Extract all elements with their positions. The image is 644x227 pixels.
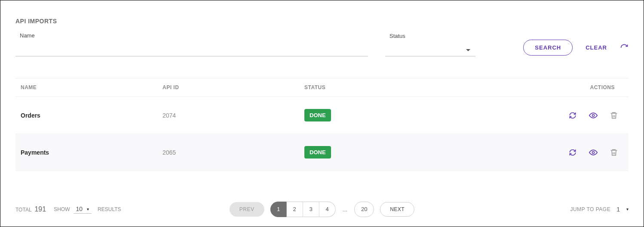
row-actions	[537, 148, 623, 157]
row-refresh-button[interactable]	[568, 148, 577, 157]
row-refresh-button[interactable]	[568, 111, 577, 120]
page-1[interactable]: 1	[270, 202, 287, 217]
row-name: Payments	[21, 149, 163, 156]
table-header: NAME API ID STATUS ACTIONS	[15, 78, 629, 97]
svg-point-0	[592, 114, 595, 116]
refresh-icon	[568, 111, 577, 120]
page-4[interactable]: 4	[319, 202, 336, 217]
name-label: Name	[15, 32, 368, 39]
total-count: TOTAL 191	[15, 205, 46, 213]
page-title: API IMPORTS	[15, 18, 629, 25]
eye-icon	[589, 148, 598, 157]
filter-bar: Name Status SEARCH CLEAR	[15, 32, 629, 56]
page-3[interactable]: 3	[303, 202, 319, 217]
total-value: 191	[34, 205, 46, 213]
status-badge: DONE	[304, 146, 331, 159]
name-field: Name	[15, 32, 368, 56]
page-strip: 1 2 3 4	[270, 202, 336, 217]
page-size: SHOW 10 ▾	[54, 205, 92, 214]
name-input[interactable]	[15, 44, 368, 56]
pagination: PREV 1 2 3 4 ... 20 NEXT	[230, 202, 414, 217]
caret-down-icon	[466, 49, 470, 51]
chevron-down-icon: ▾	[87, 207, 89, 211]
row-name: Orders	[21, 112, 163, 119]
page-last[interactable]: 20	[354, 202, 374, 217]
pagination-ellipsis: ...	[342, 206, 349, 213]
trash-icon	[610, 148, 618, 157]
row-api-id: 2074	[163, 112, 304, 119]
total-label: TOTAL	[15, 207, 31, 213]
status-select[interactable]	[385, 44, 475, 56]
filter-actions: SEARCH CLEAR	[523, 40, 629, 56]
jump-value: 1	[616, 206, 620, 213]
jump-to-page: JUMP TO PAGE 1 ▾	[570, 206, 629, 213]
results-label: RESULTS	[98, 206, 121, 212]
eye-icon	[589, 111, 598, 120]
trash-icon	[610, 111, 618, 120]
col-api-id: API ID	[163, 84, 304, 90]
col-status: STATUS	[304, 84, 537, 90]
jump-select[interactable]: 1 ▾	[616, 206, 629, 213]
table-body: Orders 2074 DONE Payments 2065 DONE	[15, 97, 629, 171]
refresh-button[interactable]	[620, 44, 629, 52]
prev-button[interactable]: PREV	[230, 202, 264, 217]
status-label: Status	[385, 33, 475, 39]
col-name: NAME	[21, 84, 163, 90]
chevron-down-icon: ▾	[626, 207, 629, 211]
row-actions	[537, 111, 623, 120]
row-view-button[interactable]	[589, 148, 598, 157]
page-2[interactable]: 2	[287, 202, 303, 217]
show-label: SHOW	[54, 206, 70, 212]
page-size-value: 10	[76, 205, 83, 212]
table-row: Orders 2074 DONE	[15, 97, 629, 134]
refresh-icon	[620, 44, 629, 52]
row-delete-button[interactable]	[610, 148, 618, 157]
row-status: DONE	[304, 146, 537, 159]
search-button[interactable]: SEARCH	[523, 40, 573, 56]
refresh-icon	[568, 148, 577, 157]
svg-point-1	[592, 151, 595, 153]
row-status: DONE	[304, 109, 537, 121]
row-view-button[interactable]	[589, 111, 598, 120]
row-api-id: 2065	[163, 149, 304, 156]
status-field: Status	[385, 33, 475, 56]
row-delete-button[interactable]	[610, 111, 618, 120]
table-row: Payments 2065 DONE	[15, 134, 629, 171]
jump-label: JUMP TO PAGE	[570, 206, 610, 212]
imports-table: NAME API ID STATUS ACTIONS Orders 2074 D…	[15, 78, 629, 171]
table-footer: TOTAL 191 SHOW 10 ▾ RESULTS PREV 1 2 3 4…	[15, 196, 629, 214]
clear-button[interactable]: CLEAR	[586, 44, 607, 51]
status-badge: DONE	[304, 109, 331, 121]
page-size-select[interactable]: 10 ▾	[74, 205, 92, 214]
next-button[interactable]: NEXT	[380, 202, 414, 217]
col-actions: ACTIONS	[537, 84, 623, 90]
